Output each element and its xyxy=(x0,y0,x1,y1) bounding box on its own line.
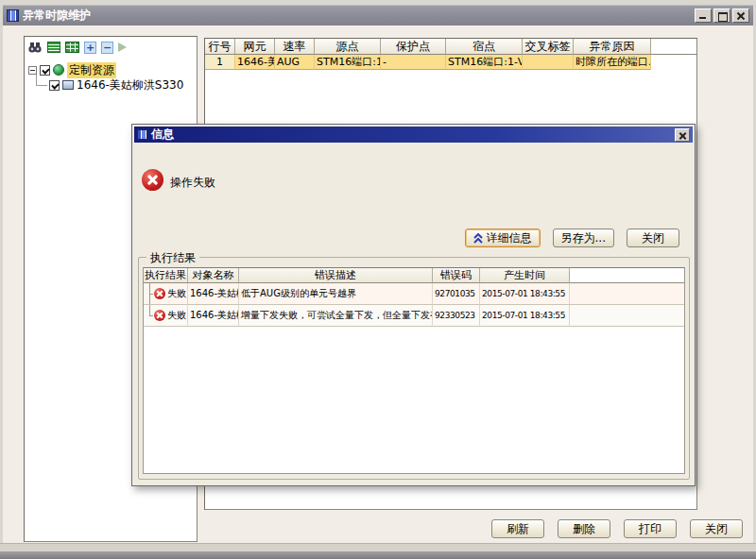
apply-filter-button[interactable] xyxy=(118,42,127,52)
dialog-button-bar: 详细信息 另存为... 关闭 xyxy=(465,229,679,247)
details-button-label: 详细信息 xyxy=(487,229,532,246)
rcol-time[interactable]: 产生时间 xyxy=(480,268,570,283)
network-element-icon xyxy=(62,80,74,90)
result-row[interactable]: 失败 1646-美姑柳... 增量下发失败，可尝试全量下发，但全量下发有可能影响… xyxy=(144,305,684,327)
resource-tree: 定制资源 1646-美姑柳洪S330 xyxy=(25,57,197,93)
message-dialog: 信息 操作失败 详细信息 另存为... 关闭 执行结果 执行结果 对象名称 xyxy=(131,124,696,486)
col-header-rate[interactable]: 速率 xyxy=(275,39,315,55)
col-header-rownum[interactable]: 行号 xyxy=(205,39,235,55)
tree-root-item[interactable]: 定制资源 xyxy=(28,62,195,77)
rcell-result[interactable]: 失败 xyxy=(144,305,188,327)
error-icon xyxy=(142,169,163,191)
fail-icon xyxy=(154,288,165,299)
window-titlebar: 异常时隙维护 xyxy=(3,6,753,25)
tree-connector-mid xyxy=(146,283,154,304)
dialog-close-button[interactable] xyxy=(675,128,690,142)
rcol-object[interactable]: 对象名称 xyxy=(188,268,239,283)
tree-child-label[interactable]: 1646-美姑柳洪S330 xyxy=(77,77,183,93)
tree-toolbar: + − xyxy=(25,37,197,57)
tree-child-item[interactable]: 1646-美姑柳洪S330 xyxy=(28,77,195,93)
rcell-object[interactable]: 1646-美姑柳... xyxy=(188,283,239,305)
main-close-button[interactable]: 关闭 xyxy=(690,519,743,538)
double-chevron-up-icon xyxy=(473,233,483,244)
dialog-title: 信息 xyxy=(151,127,675,143)
result-groupbox: 执行结果 执行结果 对象名称 错误描述 错误码 产生时间 失败 164 xyxy=(138,257,690,480)
binoculars-icon xyxy=(27,41,43,54)
rcol-code[interactable]: 错误码 xyxy=(433,268,480,283)
cell-source[interactable]: STM16端口:1-V... xyxy=(315,55,381,70)
find-button[interactable] xyxy=(27,41,43,54)
col-header-protect[interactable]: 保护点 xyxy=(381,39,446,55)
cell-protect[interactable]: - xyxy=(381,55,446,70)
rcell-desc[interactable]: 增量下发失败，可尝试全量下发，但全量下发有可能影响现有... xyxy=(239,305,433,327)
rcol-result[interactable]: 执行结果 xyxy=(144,268,188,283)
row-filler xyxy=(570,283,684,305)
dialog-icon xyxy=(137,129,147,140)
close-button[interactable] xyxy=(732,8,749,23)
result-header-row: 执行结果 对象名称 错误描述 错误码 产生时间 xyxy=(144,268,684,283)
details-button[interactable]: 详细信息 xyxy=(465,229,541,247)
window-title: 异常时隙维护 xyxy=(23,8,693,24)
fail-icon xyxy=(154,310,165,321)
collapse-expander-icon[interactable] xyxy=(28,66,37,75)
screen: 异常时隙维护 + − 定制资源 xyxy=(0,0,756,559)
col-header-source[interactable]: 源点 xyxy=(315,39,381,55)
dialog-close-action-button[interactable]: 关闭 xyxy=(627,229,679,247)
rcell-time[interactable]: 2015-07-01 18:43:55 xyxy=(480,283,570,305)
window-frame-left xyxy=(0,0,3,559)
col-header-sink[interactable]: 宿点 xyxy=(446,39,523,55)
table-view-icon xyxy=(65,42,79,53)
root-checkbox[interactable] xyxy=(40,65,50,76)
maximize-button[interactable] xyxy=(713,8,730,23)
cell-rate[interactable]: AUG xyxy=(275,55,315,70)
dialog-titlebar: 信息 xyxy=(134,127,693,143)
error-message: 操作失败 xyxy=(170,175,215,191)
col-header-reason[interactable]: 异常原因 xyxy=(574,39,651,55)
tree-root-label[interactable]: 定制资源 xyxy=(67,62,116,78)
row-filler xyxy=(570,305,684,327)
collapse-all-button[interactable]: − xyxy=(101,42,113,54)
col-header-crosslabel[interactable]: 交叉标签 xyxy=(523,39,574,55)
delete-button[interactable]: 删除 xyxy=(558,519,610,538)
minimize-button[interactable] xyxy=(695,8,712,23)
result-row[interactable]: 失败 1646-美姑柳... 低于AUG级别的单元号越界 92701035 20… xyxy=(144,283,684,305)
table-header-row: 行号 网元 速率 源点 保护点 宿点 交叉标签 异常原因 xyxy=(205,39,696,55)
rcell-object[interactable]: 1646-美姑柳... xyxy=(188,305,239,327)
cell-sink[interactable]: STM16端口:1-V... xyxy=(446,55,523,70)
child-checkbox[interactable] xyxy=(49,80,60,91)
result-text: 失败 xyxy=(167,305,186,326)
expand-all-button[interactable]: + xyxy=(84,42,96,54)
app-icon xyxy=(7,9,19,22)
cell-crosslabel[interactable] xyxy=(523,55,574,70)
result-header-filler xyxy=(570,268,684,283)
save-as-button[interactable]: 另存为... xyxy=(553,229,614,247)
rcell-desc[interactable]: 低于AUG级别的单元号越界 xyxy=(239,283,433,305)
rcol-desc[interactable]: 错误描述 xyxy=(239,268,433,283)
minus-icon: − xyxy=(101,42,113,54)
globe-icon xyxy=(53,64,64,76)
list-view-button[interactable] xyxy=(47,42,60,53)
result-text: 失败 xyxy=(167,283,186,304)
window-bottom-frame xyxy=(0,543,756,551)
desktop-strip xyxy=(0,551,756,559)
cell-ne[interactable]: 1646-美... xyxy=(235,55,275,70)
list-view-icon xyxy=(47,42,60,53)
rcell-result[interactable]: 失败 xyxy=(144,283,188,305)
rcell-code[interactable]: 92701035 xyxy=(433,283,480,305)
table-row[interactable]: 1 1646-美... AUG STM16端口:1-V... - STM16端口… xyxy=(205,55,696,70)
cell-reason[interactable]: 时隙所在的端口... xyxy=(574,55,651,70)
table-view-button[interactable] xyxy=(65,42,79,53)
rcell-time[interactable]: 2015-07-01 18:43:55 xyxy=(480,305,570,327)
header-filler xyxy=(651,39,696,55)
play-icon xyxy=(118,42,127,52)
plus-icon: + xyxy=(84,42,96,54)
print-button[interactable]: 打印 xyxy=(624,519,677,538)
footer-button-bar: 刷新 删除 打印 关闭 xyxy=(0,519,748,538)
tree-connector-last xyxy=(146,305,154,326)
cell-rownum[interactable]: 1 xyxy=(205,55,235,70)
col-header-ne[interactable]: 网元 xyxy=(235,39,275,55)
rcell-code[interactable]: 92330523 xyxy=(433,305,480,327)
result-table: 执行结果 对象名称 错误描述 错误码 产生时间 失败 1646-美姑柳... 低… xyxy=(143,267,685,474)
refresh-button[interactable]: 刷新 xyxy=(491,519,544,538)
result-group-label: 执行结果 xyxy=(146,250,199,266)
